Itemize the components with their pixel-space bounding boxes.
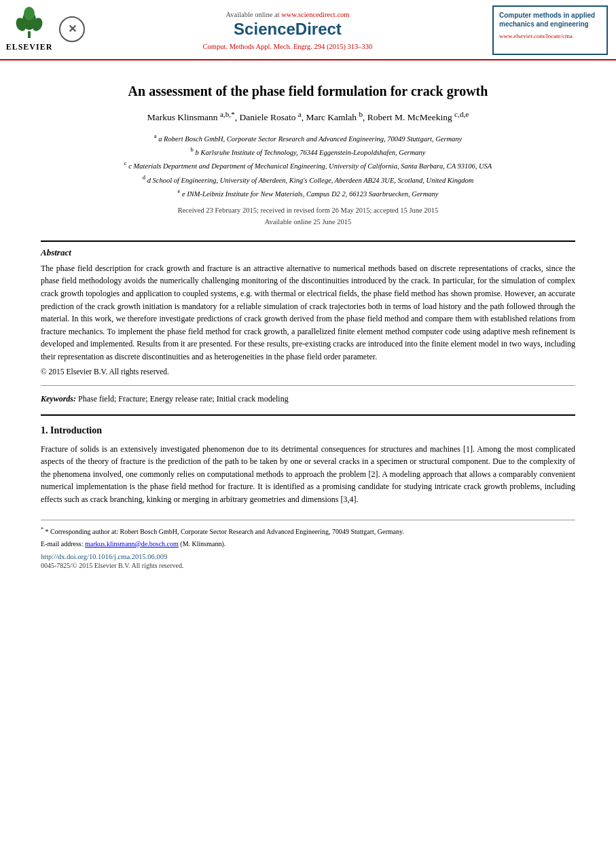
elsevier-label: ELSEVIER [6, 42, 53, 52]
article-dates: Received 23 February 2015; received in r… [41, 205, 575, 228]
affiliation-a: a a Robert Bosch GmbH, Corporate Sector … [41, 131, 575, 145]
footnote-star: * * Corresponding author at: Robert Bosc… [41, 526, 575, 537]
footnote-email-note: (M. Klinsmann). [180, 540, 225, 548]
keywords-text: Keywords: Phase field; Fracture; Energy … [41, 393, 575, 405]
intro-paragraph-1: Fracture of solids is an extensively inv… [41, 443, 575, 506]
journal-title-header: Computer methods in applied mechanics an… [499, 11, 601, 29]
logos-row: ELSEVIER ✕ [6, 5, 86, 52]
copyright: © 2015 Elsevier B.V. All rights reserved… [41, 368, 575, 376]
keywords-values: Phase field; Fracture; Energy release ra… [78, 394, 289, 404]
crossmark-icon: ✕ [68, 22, 77, 35]
page: ELSEVIER ✕ Available online at www.scien… [0, 0, 616, 841]
affiliations: a a Robert Bosch GmbH, Corporate Sector … [41, 131, 575, 200]
introduction-section: 1. Introduction Fracture of solids is an… [41, 425, 575, 506]
email-link[interactable]: markus.klinsmann@de.bosch.com [85, 540, 179, 548]
svg-rect-0 [28, 31, 31, 38]
svg-point-4 [24, 7, 35, 20]
website-link[interactable]: www.sciencedirect.com [281, 11, 349, 18]
affiliation-e: e e INM-Leibniz Institute for New Materi… [41, 186, 575, 200]
authors-text: Markus Klinsmann a,b,*, Daniele Rosato a… [147, 112, 469, 122]
journal-url: www.elsevier.com/locate/cma [499, 33, 601, 39]
footnote-email: E-mail address: markus.klinsmann@de.bosc… [41, 539, 575, 549]
crossmark-logo: ✕ [59, 16, 85, 42]
intro-heading: 1. Introduction [41, 425, 575, 436]
abstract-heading: Abstract [41, 247, 575, 258]
journal-ref: Comput. Methods Appl. Mech. Engrg. 294 (… [203, 43, 373, 50]
doi-link[interactable]: http://dx.doi.org/10.1016/j.cma.2015.06.… [41, 553, 575, 560]
affiliation-b: b b Karlsruhe Institute of Technology, 7… [41, 145, 575, 158]
authors: Markus Klinsmann a,b,*, Daniele Rosato a… [41, 108, 575, 124]
footnote-area: * * Corresponding author at: Robert Bosc… [41, 520, 575, 549]
footnote-email-label: E-mail address: [41, 540, 83, 548]
affiliation-d: d d School of Engineering, University of… [41, 173, 575, 186]
header-center: Available online at www.sciencedirect.co… [90, 5, 486, 55]
main-content: An assessment of the phase field formula… [0, 60, 616, 583]
issn-line: 0045-7825/© 2015 Elsevier B.V. All right… [41, 562, 575, 569]
abstract-section: Abstract The phase field description for… [41, 247, 575, 376]
sciencedirect-logo: ScienceDirect [234, 20, 342, 39]
abstract-rule [41, 385, 575, 386]
header-right-box: Computer methods in applied mechanics an… [492, 5, 608, 55]
header-left-logos: ELSEVIER ✕ [8, 5, 83, 55]
top-rule [41, 240, 575, 242]
keywords-rule [41, 414, 575, 416]
affiliation-c: c c Materials Department and Department … [41, 158, 575, 172]
header: ELSEVIER ✕ Available online at www.scien… [0, 0, 616, 60]
abstract-text: The phase field description for crack gr… [41, 262, 575, 363]
keywords-section: Keywords: Phase field; Fracture; Energy … [41, 393, 575, 405]
available-online-text: Available online at www.sciencedirect.co… [226, 11, 350, 18]
article-title: An assessment of the phase field formula… [41, 82, 575, 100]
elsevier-tree-icon [12, 5, 47, 41]
elsevier-logo: ELSEVIER [6, 5, 53, 52]
keywords-label: Keywords: [41, 394, 76, 404]
